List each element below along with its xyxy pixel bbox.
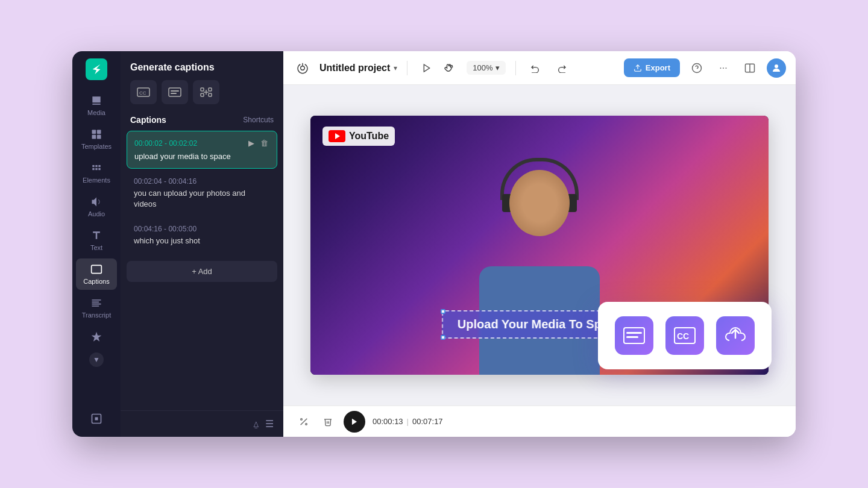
more-btn[interactable]: ··· xyxy=(714,58,733,78)
caption-time-row-1: 00:00:02 - 00:02:02 ▶ 🗑 xyxy=(134,137,269,149)
feature-icon-upload xyxy=(716,316,755,355)
shortcuts-link[interactable]: Shortcuts xyxy=(243,116,274,124)
panel-tab-cc[interactable]: CC xyxy=(130,80,157,104)
panel-footer: ⍙ ☰ xyxy=(121,410,283,437)
trim-btn[interactable] xyxy=(295,413,312,430)
delete-timeline-btn[interactable] xyxy=(319,413,336,430)
svg-rect-12 xyxy=(209,88,212,91)
time-separator: | xyxy=(407,417,409,426)
panel-tab-scan[interactable] xyxy=(193,80,219,104)
zoom-selector[interactable]: 100% ▾ xyxy=(467,61,505,75)
youtube-badge: YouTube xyxy=(322,127,395,146)
resize-handle-bl[interactable] xyxy=(441,335,445,340)
captions-panel: Generate captions CC xyxy=(121,51,283,437)
svg-rect-14 xyxy=(209,93,212,96)
current-time: 00:00:13 xyxy=(373,417,403,426)
svg-line-30 xyxy=(301,418,307,425)
svg-rect-13 xyxy=(201,93,204,96)
svg-rect-4 xyxy=(92,265,102,273)
topbar: Untitled project ▾ 100% ▾ xyxy=(283,51,796,85)
sidebar-item-text[interactable]: Text xyxy=(76,225,117,256)
caption-overlay-text: Upload Your Media To Space xyxy=(458,318,621,331)
svg-point-32 xyxy=(306,423,307,425)
sidebar-elements-label: Elements xyxy=(83,177,110,184)
youtube-icon xyxy=(329,130,345,142)
sidebar-item-elements[interactable]: Elements xyxy=(76,157,117,189)
app-container: Media Templates Elements Audio Text Capt… xyxy=(72,51,796,437)
sidebar-bottom xyxy=(76,408,117,430)
hand-tool-btn[interactable] xyxy=(440,58,459,78)
sidebar-transcript-label: Transcript xyxy=(82,311,112,319)
sidebar-item-templates[interactable]: Templates xyxy=(76,124,117,155)
video-area: YouTube Upload Your Media To Space xyxy=(283,85,796,405)
timeline-play-btn[interactable] xyxy=(344,411,365,433)
svg-rect-27 xyxy=(626,336,638,338)
split-view-btn[interactable] xyxy=(740,58,760,78)
divider-1 xyxy=(407,61,407,75)
user-avatar[interactable] xyxy=(767,58,786,78)
caption-play-btn-1[interactable]: ▶ xyxy=(247,137,256,149)
panel-tab-subtitle[interactable] xyxy=(162,80,188,104)
save-btn[interactable] xyxy=(293,58,312,78)
svg-point-24 xyxy=(775,64,778,68)
caption-actions-1: ▶ 🗑 xyxy=(247,137,269,149)
sidebar-captions-label: Captions xyxy=(83,278,109,285)
captions-label: Captions xyxy=(130,115,166,125)
panel-tabs: CC xyxy=(121,80,283,111)
sidebar-item-effects[interactable] xyxy=(76,326,117,348)
timeline-bar: 00:00:13 | 00:07:17 xyxy=(283,405,796,437)
sidebar-item-bottom[interactable] xyxy=(76,408,117,430)
svg-rect-1 xyxy=(97,130,101,134)
svg-rect-11 xyxy=(201,88,204,91)
project-chevron-icon: ▾ xyxy=(394,64,397,72)
svg-rect-0 xyxy=(92,130,96,134)
caption-time-row-3: 00:04:16 - 00:05:00 xyxy=(134,225,270,233)
caption-time-row-2: 00:02:04 - 00:04:16 xyxy=(134,177,270,186)
svg-rect-9 xyxy=(171,90,179,92)
sidebar-templates-label: Templates xyxy=(81,143,112,150)
sidebar-audio-label: Audio xyxy=(88,210,105,217)
app-logo[interactable] xyxy=(86,58,107,80)
caption-text-2: you can upload your photos and videos xyxy=(134,188,270,210)
caption-time-3: 00:04:16 - 00:05:00 xyxy=(134,225,197,233)
sidebar-media-label: Media xyxy=(87,109,105,116)
help-btn[interactable] xyxy=(687,58,706,78)
export-btn[interactable]: Export xyxy=(624,58,680,77)
undo-btn[interactable] xyxy=(526,58,545,78)
feature-popup: CC xyxy=(598,302,772,369)
sidebar-expand-btn[interactable]: ▼ xyxy=(89,352,104,367)
caption-item-1[interactable]: 00:00:02 - 00:02:02 ▶ 🗑 upload your medi… xyxy=(127,131,277,169)
sidebar-item-media[interactable]: Media xyxy=(76,90,117,121)
youtube-label: YouTube xyxy=(349,131,389,142)
resize-handle-tl[interactable] xyxy=(441,309,445,314)
play-mode-btn[interactable] xyxy=(417,58,436,78)
svg-rect-2 xyxy=(92,135,96,139)
sidebar-item-audio[interactable]: Audio xyxy=(76,191,117,222)
main-content: Untitled project ▾ 100% ▾ xyxy=(283,51,796,437)
caption-delete-btn-1[interactable]: 🗑 xyxy=(259,137,269,149)
caption-time-1: 00:00:02 - 00:02:02 xyxy=(134,139,197,148)
time-display: 00:00:13 | 00:07:17 xyxy=(373,417,443,426)
translate-btn[interactable]: ⍙ xyxy=(253,418,259,430)
sidebar-item-captions[interactable]: Captions xyxy=(76,258,117,290)
svg-rect-8 xyxy=(169,88,181,96)
head-shape xyxy=(509,170,570,236)
redo-btn[interactable] xyxy=(552,58,571,78)
sidebar-item-transcript[interactable]: Transcript xyxy=(76,292,117,324)
sidebar-text-label: Text xyxy=(90,244,102,251)
caption-text-3: which you just shot xyxy=(134,236,270,246)
svg-text:CC: CC xyxy=(139,90,146,96)
caption-item-3[interactable]: 00:04:16 - 00:05:00 which you just shot xyxy=(127,219,277,252)
caption-item-2[interactable]: 00:02:04 - 00:04:16 you can upload your … xyxy=(127,171,277,216)
svg-rect-10 xyxy=(171,93,177,94)
project-name-group[interactable]: Untitled project ▾ xyxy=(319,63,397,74)
playback-controls xyxy=(417,58,459,78)
sidebar: Media Templates Elements Audio Text Capt… xyxy=(72,51,121,437)
search-btn[interactable]: ☰ xyxy=(265,418,274,430)
svg-rect-3 xyxy=(97,135,101,139)
svg-rect-25 xyxy=(624,328,644,343)
total-time: 00:07:17 xyxy=(412,417,443,426)
svg-marker-33 xyxy=(352,418,357,425)
caption-time-2: 00:02:04 - 00:04:16 xyxy=(134,177,197,186)
add-caption-btn[interactable]: + Add xyxy=(127,261,277,282)
